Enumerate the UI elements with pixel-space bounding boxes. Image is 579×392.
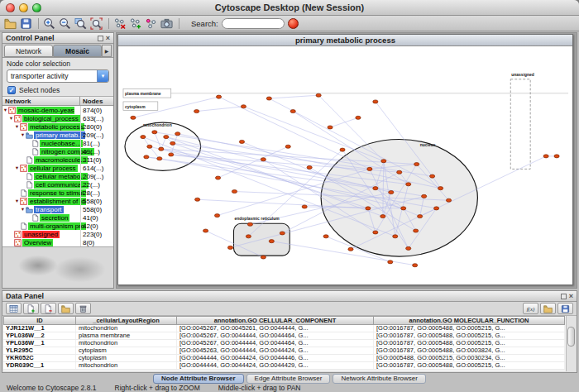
graph-node[interactable] bbox=[241, 105, 246, 108]
graph-node[interactable] bbox=[434, 207, 439, 210]
expander-triangle-icon[interactable]: ▼ bbox=[20, 207, 26, 212]
node-color-dropdown[interactable]: transporter activity ▼ bbox=[7, 69, 109, 83]
graph-node[interactable] bbox=[280, 232, 285, 235]
new-network-button[interactable] bbox=[144, 17, 160, 31]
unhide-all-button[interactable] bbox=[128, 17, 144, 31]
tree-column-nodes[interactable]: Nodes bbox=[80, 97, 113, 105]
column-header[interactable]: _cellularLayoutRegion bbox=[76, 316, 177, 325]
graph-node[interactable] bbox=[414, 229, 419, 232]
zoom-window-button[interactable] bbox=[32, 3, 41, 12]
graph-node[interactable] bbox=[247, 222, 252, 226]
graph-node[interactable] bbox=[175, 132, 180, 136]
graph-node[interactable] bbox=[438, 187, 443, 190]
graph-node[interactable] bbox=[422, 194, 427, 198]
tree-row[interactable]: nucleobase...81(...) bbox=[2, 139, 113, 147]
graph-node[interactable] bbox=[170, 141, 175, 145]
graph-node[interactable] bbox=[406, 183, 411, 186]
graph-node[interactable] bbox=[381, 160, 386, 163]
create-attribute-button[interactable] bbox=[23, 303, 39, 314]
graph-node[interactable] bbox=[144, 155, 149, 159]
table-row[interactable]: YPL036W__2plasma membrane[GO:0045267, GO… bbox=[3, 332, 565, 340]
graph-node[interactable] bbox=[232, 189, 237, 193]
float-panel-icon[interactable] bbox=[561, 294, 567, 299]
graph-node[interactable] bbox=[554, 155, 559, 158]
delete-attribute-button[interactable] bbox=[41, 303, 56, 314]
close-window-button[interactable] bbox=[6, 3, 15, 12]
table-row[interactable]: YJR121W__1mitochondrion[GO:0045267, GO:0… bbox=[3, 325, 565, 332]
graph-node[interactable] bbox=[366, 207, 371, 210]
graph-node[interactable] bbox=[131, 116, 136, 119]
network-canvas[interactable]: plasma membranecytoplasmmitochondrionnuc… bbox=[118, 47, 572, 284]
graph-node[interactable] bbox=[418, 215, 423, 218]
tree-row[interactable]: Overview8(0) bbox=[2, 238, 113, 246]
column-header[interactable]: annotation.GO CELLULAR_COMPONENT bbox=[177, 316, 374, 325]
float-panel-icon[interactable] bbox=[98, 36, 103, 41]
tab-edge-attribute-browser[interactable]: Edge Attribute Browser bbox=[246, 374, 331, 384]
tree-row[interactable]: unassigned223(0) bbox=[2, 230, 113, 238]
expander-triangle-icon[interactable]: ▼ bbox=[2, 108, 8, 112]
graph-node[interactable] bbox=[169, 153, 174, 156]
graph-node[interactable] bbox=[393, 235, 398, 238]
expander-triangle-icon[interactable]: ▼ bbox=[14, 124, 20, 129]
graph-node[interactable] bbox=[414, 163, 419, 166]
graph-node[interactable] bbox=[430, 174, 435, 178]
graph-node[interactable] bbox=[446, 198, 451, 202]
tree-row[interactable]: response to stimul...28(...) bbox=[2, 189, 113, 197]
graph-node[interactable] bbox=[348, 247, 353, 251]
zoom-selected-button[interactable] bbox=[74, 17, 89, 31]
graph-node[interactable] bbox=[269, 240, 274, 243]
hide-selected-button[interactable] bbox=[112, 17, 128, 31]
search-input[interactable] bbox=[222, 18, 285, 29]
graph-node[interactable] bbox=[397, 170, 402, 174]
graph-node[interactable] bbox=[227, 246, 232, 249]
graph-node[interactable] bbox=[194, 110, 199, 113]
graph-node[interactable] bbox=[246, 235, 251, 238]
graph-node[interactable] bbox=[261, 256, 266, 259]
select-nodes-checkbox[interactable]: ✓ bbox=[7, 86, 16, 94]
tree-row[interactable]: secretion41(0) bbox=[2, 213, 113, 222]
tab-mosaic[interactable]: Mosaic bbox=[53, 45, 102, 57]
graph-node[interactable] bbox=[388, 261, 393, 264]
zoom-in-button[interactable] bbox=[42, 17, 58, 31]
graph-node[interactable] bbox=[261, 158, 266, 161]
tree-row[interactable]: ▼cellular process614(...) bbox=[2, 164, 113, 172]
graph-node[interactable] bbox=[164, 136, 169, 139]
delete-row-button[interactable] bbox=[75, 303, 91, 314]
graph-node[interactable] bbox=[214, 214, 219, 218]
graph-node[interactable] bbox=[285, 145, 290, 148]
table-row[interactable]: YKR052Ccytoplasm[GO:0044444, GO:0044424,… bbox=[3, 355, 565, 362]
graph-node[interactable] bbox=[147, 145, 152, 148]
graph-node[interactable] bbox=[367, 167, 372, 170]
tree-column-network[interactable]: Network bbox=[2, 97, 80, 105]
graph-node[interactable] bbox=[239, 140, 244, 143]
graph-node[interactable] bbox=[406, 246, 411, 250]
table-row[interactable]: YPL036W__1mitochondrion[GO:0045267, GO:0… bbox=[3, 340, 565, 347]
zoom-out-button[interactable] bbox=[58, 17, 74, 31]
close-panel-icon[interactable]: × bbox=[106, 36, 110, 41]
tree-row[interactable]: ▼transport558(0) bbox=[2, 205, 113, 213]
zoom-fit-button[interactable] bbox=[89, 17, 105, 31]
graph-node[interactable] bbox=[413, 264, 418, 267]
tree-row[interactable]: nitrogen compo...49(...) bbox=[2, 147, 113, 155]
table-row[interactable]: YDR039C__1mitochondrion[GO:0044444, GO:0… bbox=[3, 362, 565, 370]
graph-node[interactable] bbox=[389, 190, 394, 194]
scrollbar-thumb[interactable] bbox=[567, 327, 575, 347]
graph-node[interactable] bbox=[159, 147, 164, 151]
tab-network[interactable]: Network bbox=[4, 45, 53, 57]
graph-node[interactable] bbox=[141, 136, 146, 139]
graph-node[interactable] bbox=[356, 116, 361, 119]
expander-triangle-icon[interactable]: ▼ bbox=[20, 132, 26, 137]
graph-node[interactable] bbox=[307, 165, 312, 169]
graph-node[interactable] bbox=[323, 235, 328, 238]
tree-row[interactable]: ▼primary metab...209(...) bbox=[2, 131, 113, 139]
table-scrollbar[interactable] bbox=[566, 316, 576, 371]
formula-builder-button[interactable] bbox=[523, 303, 538, 314]
tree-row[interactable]: cell communica...22(...) bbox=[2, 180, 113, 189]
expander-triangle-icon[interactable]: ▼ bbox=[14, 198, 20, 203]
network-view-titlebar[interactable]: primary metabolic process bbox=[118, 35, 572, 46]
tree-row[interactable]: macromolecule...311(0) bbox=[2, 155, 113, 164]
graph-node[interactable] bbox=[328, 126, 333, 129]
graph-node[interactable] bbox=[316, 93, 321, 97]
import-table-button[interactable] bbox=[540, 303, 556, 314]
column-header[interactable]: annotation.GO MOLECULAR_FUNCTION bbox=[374, 316, 565, 325]
